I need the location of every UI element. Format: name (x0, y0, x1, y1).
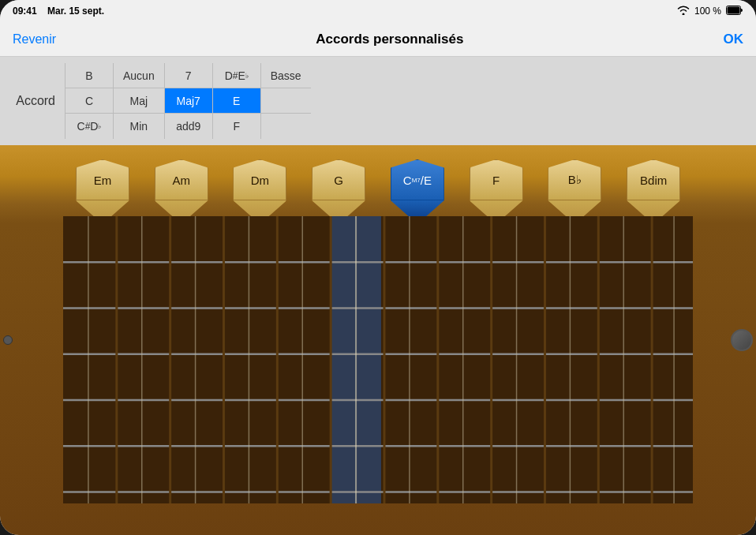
chord-selector-panel: Accord B C C# D♭ Aucun Maj Min 7 Maj7 (0, 57, 756, 145)
chord-button-cm7e[interactable]: CM7/E (378, 159, 457, 224)
page-title: Accords personnalisés (316, 32, 463, 47)
chord-columns: B C C# D♭ Aucun Maj Min 7 Maj7 add9 (65, 63, 747, 139)
nav-bar: Revenir Accords personnalisés OK (0, 22, 756, 57)
fretboard-svg (63, 216, 693, 503)
chord-cell-Csharp[interactable]: C# D♭ (65, 114, 113, 139)
chord-cell-min[interactable]: Min (114, 114, 164, 139)
chord-col-type: Aucun Maj Min (114, 63, 165, 139)
chord-button-bdim-top: Bdim (627, 159, 680, 200)
chord-col-root: B C C# D♭ (65, 63, 114, 139)
side-button-left[interactable] (3, 335, 13, 345)
chord-button-am-top: Am (155, 159, 208, 200)
chord-cell-Dsharp[interactable]: D# E♭ (213, 63, 260, 88)
chord-cell-B[interactable]: B (65, 63, 113, 88)
battery-icon (726, 6, 743, 17)
ipad-frame: 09:41 Mar. 15 sept. 100 % (0, 0, 756, 535)
chord-cell-E[interactable]: E (213, 88, 260, 114)
chord-cell-add9[interactable]: add9 (165, 114, 212, 139)
chord-cell-F[interactable]: F (213, 114, 260, 139)
chord-button-bdim[interactable]: Bdim (614, 159, 693, 224)
chord-button-f-top: F (470, 159, 523, 200)
chord-cell-basse: Basse (261, 63, 311, 88)
chord-button-cm7e-top: CM7/E (391, 159, 444, 200)
chord-button-g[interactable]: G (299, 159, 378, 224)
chord-buttons-row: Em Am Dm G (0, 159, 756, 215)
chord-cell-empty1 (261, 88, 311, 114)
chord-cell-maj7[interactable]: Maj7 (165, 88, 212, 114)
home-button[interactable] (731, 329, 753, 351)
chord-button-f[interactable]: F (457, 159, 536, 224)
status-date: Mar. 15 sept. (47, 6, 104, 17)
screen: 09:41 Mar. 15 sept. 100 % (0, 0, 756, 535)
chord-button-am[interactable]: Am (142, 159, 221, 224)
chord-button-dm-top: Dm (233, 159, 286, 200)
chord-cell-7[interactable]: 7 (165, 63, 212, 88)
chord-button-bb[interactable]: B♭ (536, 159, 615, 224)
chord-col-bass-note: D# E♭ E F (213, 63, 261, 139)
status-indicators: 100 % (677, 6, 743, 17)
ok-button[interactable]: OK (724, 32, 744, 47)
chord-button-bb-top: B♭ (548, 159, 601, 200)
chord-label: Accord (9, 63, 65, 139)
chord-button-em-top: Em (76, 159, 129, 200)
chord-cell-C[interactable]: C (65, 88, 113, 114)
chord-cell-empty2 (261, 114, 311, 139)
status-time: 09:41 (13, 6, 37, 17)
status-time-date: 09:41 Mar. 15 sept. (13, 6, 104, 17)
chord-button-dm[interactable]: Dm (221, 159, 300, 224)
back-button[interactable]: Revenir (13, 32, 56, 47)
chord-cell-maj[interactable]: Maj (114, 88, 164, 114)
svg-rect-1 (728, 6, 740, 13)
guitar-area: Em Am Dm G (0, 145, 756, 535)
chord-col-bass-label: Basse (261, 63, 311, 139)
battery-label: 100 % (694, 6, 721, 17)
wifi-icon (677, 6, 690, 17)
chord-button-g-top: G (312, 159, 365, 200)
chord-col-ext: 7 Maj7 add9 (165, 63, 213, 139)
status-bar: 09:41 Mar. 15 sept. 100 % (0, 0, 756, 22)
chord-button-em[interactable]: Em (63, 159, 142, 224)
chord-cell-aucun[interactable]: Aucun (114, 63, 164, 88)
